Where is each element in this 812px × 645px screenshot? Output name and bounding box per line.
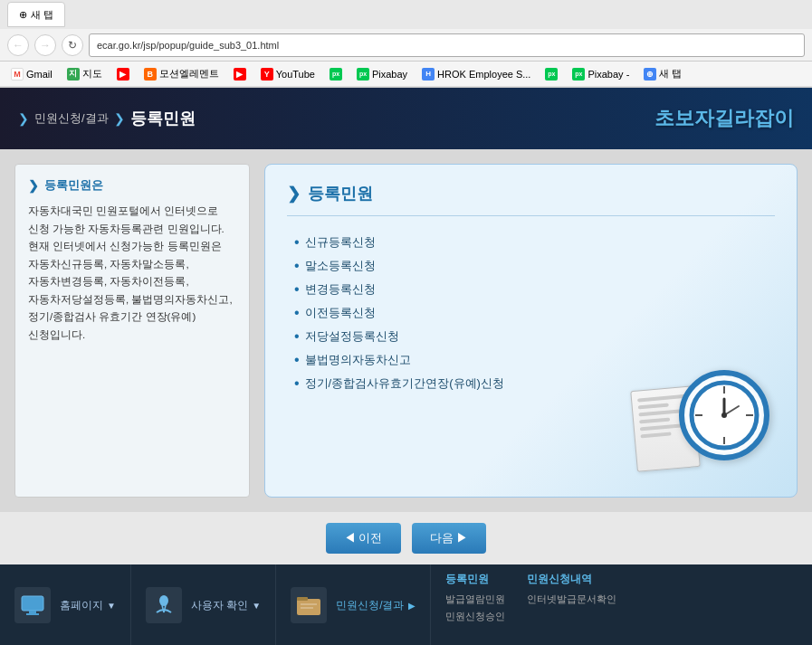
- bookmark-youtube[interactable]: Y YouTube: [257, 66, 319, 82]
- youtube-icon: Y: [261, 68, 273, 81]
- bookmark-hrok-label: HROK Employee S...: [437, 69, 530, 80]
- bookmark-map[interactable]: 지 지도: [63, 65, 106, 82]
- motion-icon: B: [144, 68, 157, 81]
- yt1-icon: ▶: [117, 68, 129, 81]
- paper-line: [638, 403, 669, 410]
- breadcrumb-nav: ❯ 민원신청/결과 ❯ 등록민원: [18, 108, 654, 129]
- footer-menu-title-2: 민원신청내역: [527, 572, 616, 587]
- footer-user-arrow-icon: ▼: [252, 601, 261, 611]
- footer-home-label[interactable]: 홈페이지 ▼: [60, 598, 116, 613]
- left-panel-title-text: 등록민원은: [44, 177, 103, 194]
- paper-line: [639, 418, 670, 424]
- footer-user-section: 사용자 확인 ▼: [131, 564, 276, 645]
- browser-chrome: ⊕ 새 탭 ← → ↻ ecar.go.kr/jsp/popup/guide_s…: [0, 0, 812, 88]
- px2-icon: px: [545, 68, 558, 81]
- bookmark-px1[interactable]: px: [326, 66, 346, 82]
- bookmark-gmail-label: Gmail: [26, 69, 53, 80]
- nav-buttons: ◀ 이전 다음 ▶: [0, 512, 812, 564]
- footer-user-label[interactable]: 사용자 확인 ▼: [191, 598, 261, 613]
- breadcrumb-parent: 민원신청/결과: [34, 110, 109, 127]
- bookmark-map-label: 지도: [82, 67, 102, 81]
- bookmark-pixabay1-label: Pixabay: [372, 69, 407, 80]
- left-panel-text: 자동차대국민 민원포털에서 인터넷으로 신청 가능한 자동차등록관련 민원입니다…: [28, 203, 236, 344]
- next-button[interactable]: 다음 ▶: [412, 523, 487, 554]
- bookmark-gmail[interactable]: M Gmail: [7, 66, 56, 82]
- panel-arrow-icon: ❯: [28, 178, 39, 193]
- right-panel-title: ❯ 등록민원: [287, 183, 775, 216]
- breadcrumb-arrow-icon: ❯: [18, 111, 29, 126]
- footer-user-text: 사용자 확인: [191, 598, 248, 613]
- pixabay2-icon: px: [572, 68, 585, 81]
- reload-button[interactable]: ↻: [62, 34, 83, 56]
- footer-home-arrow-icon: ▼: [107, 601, 116, 611]
- bookmark-pixabay2[interactable]: px Pixabay -: [568, 66, 633, 82]
- address-bar[interactable]: ecar.go.kr/jsp/popup/guide_sub3_01.html: [89, 33, 805, 57]
- svg-rect-14: [297, 599, 320, 615]
- footer-civil-text: 민원신청/결과: [336, 598, 404, 613]
- left-panel: ❯ 등록민원은 자동차대국민 민원포털에서 인터넷으로 신청 가능한 자동차등록…: [14, 164, 250, 498]
- bookmark-newtab[interactable]: ⊕ 새 탭: [640, 65, 685, 82]
- footer-civil-arrow-icon: ▶: [408, 601, 416, 611]
- clock-icon: [679, 370, 769, 460]
- bookmark-px2[interactable]: px: [541, 66, 561, 82]
- nav-bar: ← → ↻ ecar.go.kr/jsp/popup/guide_sub3_01…: [0, 29, 812, 62]
- footer-menu-item-2[interactable]: 민원신청승인: [445, 608, 505, 625]
- yt2-icon: ▶: [234, 68, 246, 81]
- svg-line-13: [164, 605, 166, 612]
- address-text: ecar.go.kr/jsp/popup/guide_sub3_01.html: [97, 40, 279, 51]
- svg-point-11: [159, 595, 168, 606]
- tab-icon: ⊕: [19, 9, 27, 21]
- page-content: ❯ 민원신청/결과 ❯ 등록민원 초보자길라잡이 ❯ 등록민원은 자동차대국민 …: [0, 88, 812, 645]
- tab-bar: ⊕ 새 탭: [0, 0, 812, 29]
- folder-icon: [291, 587, 327, 623]
- tab-label: 새 탭: [31, 8, 53, 22]
- breadcrumb-current: 등록민원: [130, 108, 196, 129]
- footer-menu-section: 등록민원 발급열람민원 민원신청승인 민원신청내역 인터넷발급문서확인: [431, 564, 813, 645]
- menu-item-3[interactable]: 변경등록신청: [294, 278, 775, 301]
- right-arrow-icon: ❯: [287, 184, 301, 204]
- prev-button[interactable]: ◀ 이전: [326, 523, 401, 554]
- bookmark-hrok[interactable]: H HROK Employee S...: [418, 66, 534, 82]
- menu-item-2[interactable]: 말소등록신청: [294, 254, 775, 278]
- svg-rect-8: [22, 596, 43, 611]
- footer-menu-title-1: 등록민원: [445, 572, 505, 587]
- pixabay1-icon: px: [357, 68, 369, 81]
- menu-item-5[interactable]: 저당설정등록신청: [294, 325, 775, 348]
- menu-item-4[interactable]: 이전등록신청: [294, 301, 775, 325]
- bookmark-yt1[interactable]: ▶: [113, 66, 133, 82]
- paper-line: [640, 432, 671, 438]
- footer-civil-label[interactable]: 민원신청/결과 ▶: [336, 598, 415, 613]
- right-panel: ❯ 등록민원 신규등록신청 말소등록신청 변경등록신청 이전등록신청 저당설정등…: [264, 164, 798, 498]
- svg-rect-10: [26, 613, 39, 615]
- bookmark-newtab-label: 새 탭: [659, 67, 682, 81]
- px1-icon: px: [330, 68, 342, 81]
- right-panel-title-text: 등록민원: [308, 183, 373, 204]
- pen-icon: [146, 587, 182, 623]
- footer-menu-item-1[interactable]: 발급열람민원: [445, 591, 505, 608]
- browser-tab[interactable]: ⊕ 새 탭: [7, 2, 65, 27]
- map-icon: 지: [67, 68, 80, 81]
- footer-menu-item-3[interactable]: 인터넷발급문서확인: [527, 591, 616, 608]
- footer-home-section: 홈페이지 ▼: [0, 564, 131, 645]
- site-header: ❯ 민원신청/결과 ❯ 등록민원 초보자길라잡이: [0, 88, 812, 149]
- bookmark-youtube-label: YouTube: [276, 69, 315, 80]
- site-title: 초보자길라잡이: [654, 105, 794, 132]
- back-button[interactable]: ←: [7, 34, 29, 56]
- bookmark-pixabay2-label: Pixabay -: [588, 69, 629, 80]
- clock-decoration: [652, 352, 779, 479]
- footer-menu-col-1: 등록민원 발급열람민원 민원신청승인: [445, 572, 505, 639]
- footer-menu-col-2: 민원신청내역 인터넷발급문서확인: [527, 572, 616, 639]
- newtab-icon: ⊕: [644, 68, 656, 81]
- gmail-icon: M: [11, 68, 24, 81]
- bookmarks-bar: M Gmail 지 지도 ▶ B 모션엘레멘트 ▶ Y YouTube px p…: [0, 62, 812, 87]
- bookmark-yt2[interactable]: ▶: [230, 66, 250, 82]
- monitor-icon: [14, 587, 51, 623]
- breadcrumb-separator-icon: ❯: [114, 111, 125, 126]
- footer-home-text: 홈페이지: [60, 598, 103, 613]
- bookmark-motion[interactable]: B 모션엘레멘트: [140, 65, 223, 82]
- left-panel-title: ❯ 등록민원은: [28, 177, 236, 194]
- menu-item-1[interactable]: 신규등록신청: [294, 231, 775, 254]
- forward-button[interactable]: →: [34, 34, 56, 56]
- bookmark-pixabay1[interactable]: px Pixabay: [353, 66, 411, 82]
- hrok-icon: H: [422, 68, 435, 81]
